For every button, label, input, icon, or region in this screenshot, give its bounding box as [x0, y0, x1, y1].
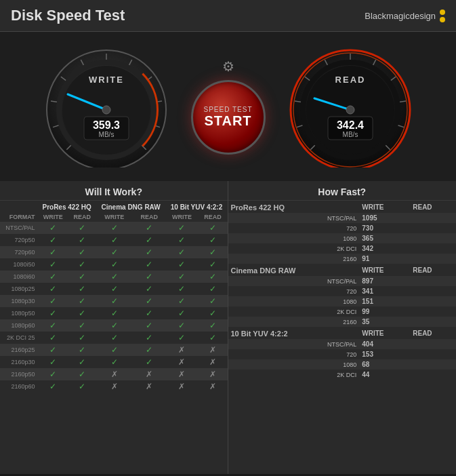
wiw-cell: ✗ — [96, 380, 133, 393]
hf-write-value: 68 — [359, 359, 410, 370]
wiw-yuv-header: 10 Bit YUV 4:2:2 — [166, 201, 228, 212]
check-icon: ✓ — [209, 223, 216, 233]
check-icon: ✓ — [209, 260, 216, 269]
wiw-row: 1080p50✓✓✓✓✓✓ — [0, 307, 228, 319]
wiw-r3: READ — [198, 212, 227, 222]
hf-row-label: 720 — [228, 286, 360, 296]
hf-data-row: 216091 — [228, 254, 457, 264]
hf-row-label: 2160 — [228, 254, 360, 264]
wiw-row-label: 1080i50 — [0, 258, 37, 271]
svg-point-37 — [346, 106, 354, 114]
check-icon: ✓ — [49, 247, 56, 257]
wiw-cell: ✓ — [198, 332, 227, 344]
wiw-cell: ✓ — [37, 258, 68, 271]
cross-icon: ✗ — [209, 357, 216, 367]
start-button[interactable]: SPEED TEST START — [191, 80, 266, 155]
check-icon: ✓ — [209, 296, 216, 306]
wiw-row: 1080p30✓✓✓✓✓✓ — [0, 295, 228, 307]
cross-icon: ✗ — [209, 382, 216, 391]
wiw-cell: ✓ — [198, 283, 227, 295]
check-icon: ✓ — [146, 296, 152, 306]
wiw-subheader-row: FORMAT WRITE READ WRITE READ WRITE READ — [0, 212, 228, 222]
check-icon: ✓ — [111, 223, 118, 233]
wiw-cell: ✓ — [166, 222, 199, 234]
wiw-cell: ✓ — [133, 246, 166, 258]
check-icon: ✓ — [79, 284, 85, 294]
settings-icon[interactable]: ⚙ — [222, 58, 234, 75]
wiw-cell: ✓ — [166, 258, 199, 271]
wiw-cell: ✓ — [133, 295, 166, 307]
hf-write-value: 341 — [359, 286, 410, 296]
wiw-cell: ✓ — [198, 258, 227, 271]
wiw-cell: ✓ — [198, 271, 227, 283]
hf-write-value: 342 — [359, 243, 410, 254]
wiw-row: 1080i60✓✓✓✓✓✓ — [0, 271, 228, 283]
wiw-cell: ✓ — [96, 319, 133, 332]
check-icon: ✓ — [49, 235, 56, 245]
wiw-cell: ✓ — [133, 344, 166, 356]
hf-section-header-row: 10 Bit YUV 4:2:2WRITEREAD — [228, 327, 457, 339]
cross-icon: ✗ — [111, 382, 118, 391]
hf-data-row: 720341 — [228, 286, 457, 296]
wiw-row: NTSC/PAL✓✓✓✓✓✓ — [0, 222, 228, 234]
wiw-format-col-header — [0, 201, 37, 212]
wiw-cell: ✓ — [37, 332, 68, 344]
hf-row-label: NTSC/PAL — [228, 276, 360, 286]
hf-data-row: NTSC/PAL404 — [228, 339, 457, 349]
wiw-cell: ✗ — [96, 368, 133, 380]
check-icon: ✓ — [79, 247, 85, 257]
svg-text:342.4: 342.4 — [336, 119, 363, 131]
check-icon: ✓ — [178, 260, 185, 269]
wiw-row: 2160p60✓✓✗✗✗✗ — [0, 380, 228, 393]
svg-point-16 — [102, 106, 110, 114]
check-icon: ✓ — [111, 321, 118, 330]
wiw-cell: ✓ — [96, 258, 133, 271]
check-icon: ✓ — [209, 321, 216, 330]
wiw-cell: ✓ — [198, 319, 227, 332]
wiw-row-label: 1080p25 — [0, 283, 37, 295]
wiw-cell: ✓ — [37, 356, 68, 368]
wiw-w2: WRITE — [96, 212, 133, 222]
wiw-cell: ✓ — [96, 222, 133, 234]
wiw-cell: ✓ — [96, 234, 133, 246]
hf-write-value: 897 — [359, 276, 410, 286]
check-icon: ✓ — [49, 296, 56, 306]
check-icon: ✓ — [178, 284, 185, 294]
hf-read-col-header: READ — [410, 201, 456, 213]
wiw-row: 720p50✓✓✓✓✓✓ — [0, 234, 228, 246]
cross-icon: ✗ — [146, 370, 152, 379]
wiw-cell: ✓ — [133, 271, 166, 283]
hf-write-value: 91 — [359, 254, 410, 264]
wiw-row-label: 1080p60 — [0, 319, 37, 332]
wiw-cell: ✓ — [68, 368, 96, 380]
wiw-cell: ✓ — [133, 356, 166, 368]
check-icon: ✓ — [146, 235, 152, 245]
wiw-cell: ✓ — [166, 271, 199, 283]
wiw-cell: ✓ — [37, 246, 68, 258]
check-icon: ✓ — [146, 272, 152, 281]
wiw-cell: ✓ — [68, 271, 96, 283]
check-icon: ✓ — [146, 284, 152, 294]
cross-icon: ✗ — [146, 382, 152, 391]
wiw-cell: ✓ — [198, 234, 227, 246]
check-icon: ✓ — [111, 333, 118, 342]
wiw-cell: ✗ — [166, 380, 199, 393]
check-icon: ✓ — [209, 309, 216, 318]
check-icon: ✓ — [79, 260, 85, 269]
check-icon: ✓ — [49, 357, 56, 367]
hf-read-value — [410, 254, 456, 264]
hf-read-value — [410, 306, 456, 317]
wiw-row-label: 1080i60 — [0, 271, 37, 283]
hf-write-col-header: WRITE — [359, 201, 410, 213]
hf-row-label: 2K DCI — [228, 306, 360, 317]
hf-row-label: NTSC/PAL — [228, 213, 360, 223]
wiw-w3: WRITE — [166, 212, 199, 222]
wiw-cell: ✓ — [68, 356, 96, 368]
start-button-top-label: SPEED TEST — [203, 106, 252, 113]
check-icon: ✓ — [79, 321, 85, 330]
hf-data-row: NTSC/PAL897 — [228, 276, 457, 286]
wiw-cell: ✓ — [68, 295, 96, 307]
brand-dot-top — [440, 9, 445, 15]
check-icon: ✓ — [49, 309, 56, 318]
wiw-cell: ✗ — [198, 344, 227, 356]
